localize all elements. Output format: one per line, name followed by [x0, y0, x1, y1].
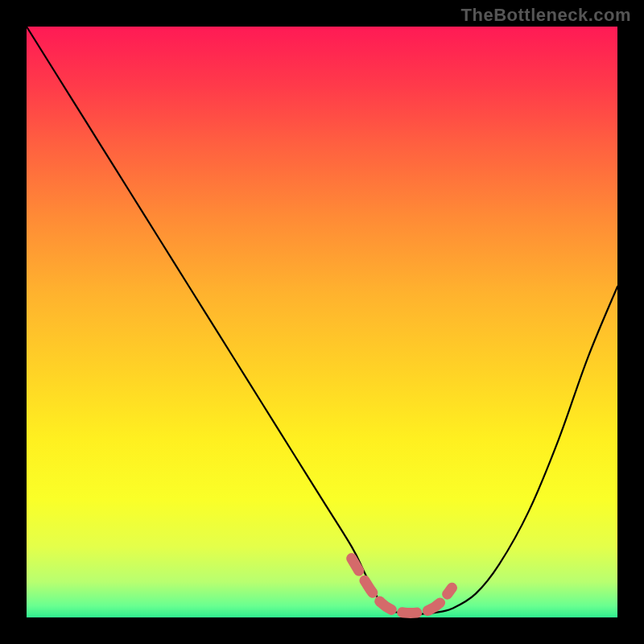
bottleneck-curve	[27, 27, 617, 614]
optimal-zone-marker	[352, 559, 452, 613]
chart-frame: TheBottleneck.com	[0, 0, 644, 644]
curve-group	[27, 27, 617, 614]
chart-svg	[0, 0, 644, 644]
